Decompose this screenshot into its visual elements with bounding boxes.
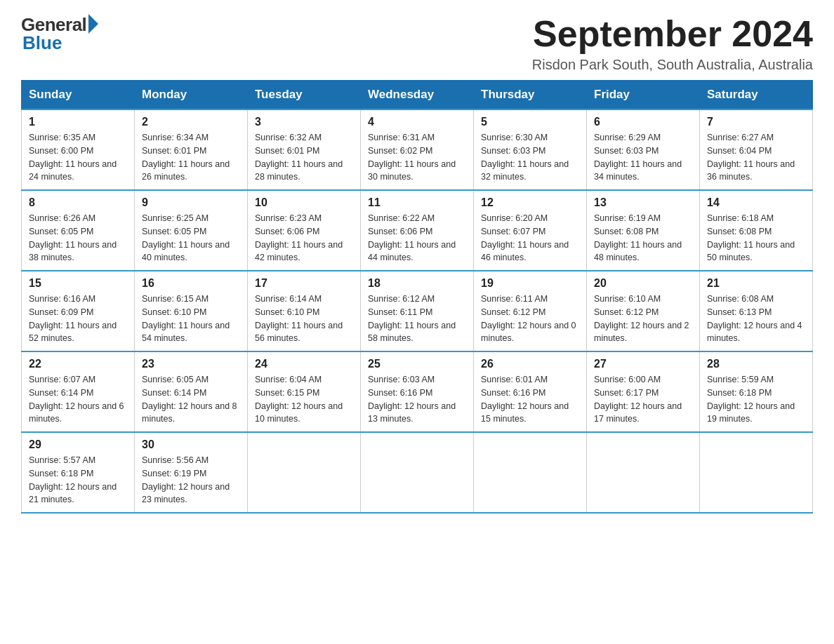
day-info: Sunrise: 6:35 AMSunset: 6:00 PMDaylight:… (29, 131, 127, 184)
day-number: 17 (255, 277, 353, 290)
weekday-header-friday: Friday (587, 81, 700, 110)
day-info: Sunrise: 6:22 AMSunset: 6:06 PMDaylight:… (368, 212, 466, 264)
calendar-cell: 7Sunrise: 6:27 AMSunset: 6:04 PMDaylight… (700, 109, 813, 190)
weekday-header-saturday: Saturday (700, 81, 813, 110)
day-number: 26 (481, 358, 579, 370)
day-number: 15 (29, 277, 127, 290)
day-info: Sunrise: 6:26 AMSunset: 6:05 PMDaylight:… (29, 212, 127, 264)
day-number: 3 (255, 116, 353, 128)
day-number: 22 (29, 358, 127, 370)
day-number: 24 (255, 358, 353, 370)
day-number: 21 (707, 277, 805, 290)
day-number: 29 (29, 438, 127, 451)
calendar-cell: 30Sunrise: 5:56 AMSunset: 6:19 PMDayligh… (135, 432, 248, 513)
day-number: 12 (481, 196, 579, 209)
day-info: Sunrise: 6:20 AMSunset: 6:07 PMDaylight:… (481, 212, 579, 264)
day-number: 18 (368, 277, 466, 290)
page-header: General Blue September 2024 Risdon Park … (21, 14, 813, 73)
location-subtitle: Risdon Park South, South Australia, Aust… (532, 57, 813, 73)
month-year-title: September 2024 (532, 14, 813, 54)
day-info: Sunrise: 5:57 AMSunset: 6:18 PMDaylight:… (29, 454, 127, 507)
calendar-cell: 25Sunrise: 6:03 AMSunset: 6:16 PMDayligh… (361, 351, 474, 432)
day-info: Sunrise: 6:04 AMSunset: 6:15 PMDaylight:… (255, 373, 353, 426)
day-number: 5 (481, 116, 579, 128)
logo-triangle-icon (88, 14, 98, 34)
calendar-cell: 10Sunrise: 6:23 AMSunset: 6:06 PMDayligh… (248, 190, 361, 271)
day-number: 6 (594, 116, 692, 128)
day-info: Sunrise: 6:34 AMSunset: 6:01 PMDaylight:… (142, 131, 240, 184)
day-info: Sunrise: 6:07 AMSunset: 6:14 PMDaylight:… (29, 373, 127, 426)
day-info: Sunrise: 6:03 AMSunset: 6:16 PMDaylight:… (368, 373, 466, 426)
calendar-cell: 8Sunrise: 6:26 AMSunset: 6:05 PMDaylight… (22, 190, 135, 271)
day-info: Sunrise: 6:25 AMSunset: 6:05 PMDaylight:… (142, 212, 240, 264)
calendar-cell: 12Sunrise: 6:20 AMSunset: 6:07 PMDayligh… (474, 190, 587, 271)
calendar-cell (700, 432, 813, 513)
calendar-cell: 9Sunrise: 6:25 AMSunset: 6:05 PMDaylight… (135, 190, 248, 271)
calendar-cell: 21Sunrise: 6:08 AMSunset: 6:13 PMDayligh… (700, 271, 813, 351)
day-info: Sunrise: 5:56 AMSunset: 6:19 PMDaylight:… (142, 454, 240, 507)
day-info: Sunrise: 5:59 AMSunset: 6:18 PMDaylight:… (707, 373, 805, 426)
day-number: 23 (142, 358, 240, 370)
day-info: Sunrise: 6:14 AMSunset: 6:10 PMDaylight:… (255, 293, 353, 345)
calendar-table: SundayMondayTuesdayWednesdayThursdayFrid… (21, 80, 813, 514)
logo-blue-text: Blue (22, 32, 62, 54)
day-number: 25 (368, 358, 466, 370)
day-number: 27 (594, 358, 692, 370)
weekday-header-sunday: Sunday (22, 81, 135, 110)
day-number: 1 (29, 116, 127, 128)
weekday-header-thursday: Thursday (474, 81, 587, 110)
calendar-cell (248, 432, 361, 513)
calendar-cell: 13Sunrise: 6:19 AMSunset: 6:08 PMDayligh… (587, 190, 700, 271)
calendar-cell: 23Sunrise: 6:05 AMSunset: 6:14 PMDayligh… (135, 351, 248, 432)
day-number: 11 (368, 196, 466, 209)
calendar-cell (587, 432, 700, 513)
calendar-cell (361, 432, 474, 513)
calendar-cell: 2Sunrise: 6:34 AMSunset: 6:01 PMDaylight… (135, 109, 248, 190)
calendar-cell: 3Sunrise: 6:32 AMSunset: 6:01 PMDaylight… (248, 109, 361, 190)
logo: General Blue (21, 14, 98, 54)
calendar-cell: 11Sunrise: 6:22 AMSunset: 6:06 PMDayligh… (361, 190, 474, 271)
day-number: 13 (594, 196, 692, 209)
calendar-cell: 29Sunrise: 5:57 AMSunset: 6:18 PMDayligh… (22, 432, 135, 513)
day-number: 19 (481, 277, 579, 290)
calendar-cell: 1Sunrise: 6:35 AMSunset: 6:00 PMDaylight… (22, 109, 135, 190)
calendar-cell: 4Sunrise: 6:31 AMSunset: 6:02 PMDaylight… (361, 109, 474, 190)
day-info: Sunrise: 6:08 AMSunset: 6:13 PMDaylight:… (707, 293, 805, 345)
calendar-cell: 19Sunrise: 6:11 AMSunset: 6:12 PMDayligh… (474, 271, 587, 351)
calendar-week-row: 29Sunrise: 5:57 AMSunset: 6:18 PMDayligh… (22, 432, 813, 513)
calendar-cell: 24Sunrise: 6:04 AMSunset: 6:15 PMDayligh… (248, 351, 361, 432)
calendar-cell: 6Sunrise: 6:29 AMSunset: 6:03 PMDaylight… (587, 109, 700, 190)
day-info: Sunrise: 6:00 AMSunset: 6:17 PMDaylight:… (594, 373, 692, 426)
day-number: 2 (142, 116, 240, 128)
calendar-cell: 17Sunrise: 6:14 AMSunset: 6:10 PMDayligh… (248, 271, 361, 351)
calendar-week-row: 22Sunrise: 6:07 AMSunset: 6:14 PMDayligh… (22, 351, 813, 432)
calendar-week-row: 1Sunrise: 6:35 AMSunset: 6:00 PMDaylight… (22, 109, 813, 190)
weekday-header-tuesday: Tuesday (248, 81, 361, 110)
weekday-header-wednesday: Wednesday (361, 81, 474, 110)
calendar-cell: 5Sunrise: 6:30 AMSunset: 6:03 PMDaylight… (474, 109, 587, 190)
day-info: Sunrise: 6:05 AMSunset: 6:14 PMDaylight:… (142, 373, 240, 426)
calendar-cell (474, 432, 587, 513)
day-info: Sunrise: 6:32 AMSunset: 6:01 PMDaylight:… (255, 131, 353, 184)
day-number: 30 (142, 438, 240, 451)
day-info: Sunrise: 6:01 AMSunset: 6:16 PMDaylight:… (481, 373, 579, 426)
day-number: 8 (29, 196, 127, 209)
day-info: Sunrise: 6:29 AMSunset: 6:03 PMDaylight:… (594, 131, 692, 184)
title-area: September 2024 Risdon Park South, South … (532, 14, 813, 73)
day-info: Sunrise: 6:31 AMSunset: 6:02 PMDaylight:… (368, 131, 466, 184)
day-number: 10 (255, 196, 353, 209)
day-info: Sunrise: 6:11 AMSunset: 6:12 PMDaylight:… (481, 293, 579, 345)
day-info: Sunrise: 6:27 AMSunset: 6:04 PMDaylight:… (707, 131, 805, 184)
day-info: Sunrise: 6:18 AMSunset: 6:08 PMDaylight:… (707, 212, 805, 264)
day-number: 7 (707, 116, 805, 128)
calendar-cell: 14Sunrise: 6:18 AMSunset: 6:08 PMDayligh… (700, 190, 813, 271)
calendar-week-row: 8Sunrise: 6:26 AMSunset: 6:05 PMDaylight… (22, 190, 813, 271)
calendar-cell: 22Sunrise: 6:07 AMSunset: 6:14 PMDayligh… (22, 351, 135, 432)
day-number: 20 (594, 277, 692, 290)
weekday-header-monday: Monday (135, 81, 248, 110)
day-info: Sunrise: 6:23 AMSunset: 6:06 PMDaylight:… (255, 212, 353, 264)
day-info: Sunrise: 6:10 AMSunset: 6:12 PMDaylight:… (594, 293, 692, 345)
day-number: 16 (142, 277, 240, 290)
day-number: 9 (142, 196, 240, 209)
day-info: Sunrise: 6:19 AMSunset: 6:08 PMDaylight:… (594, 212, 692, 264)
